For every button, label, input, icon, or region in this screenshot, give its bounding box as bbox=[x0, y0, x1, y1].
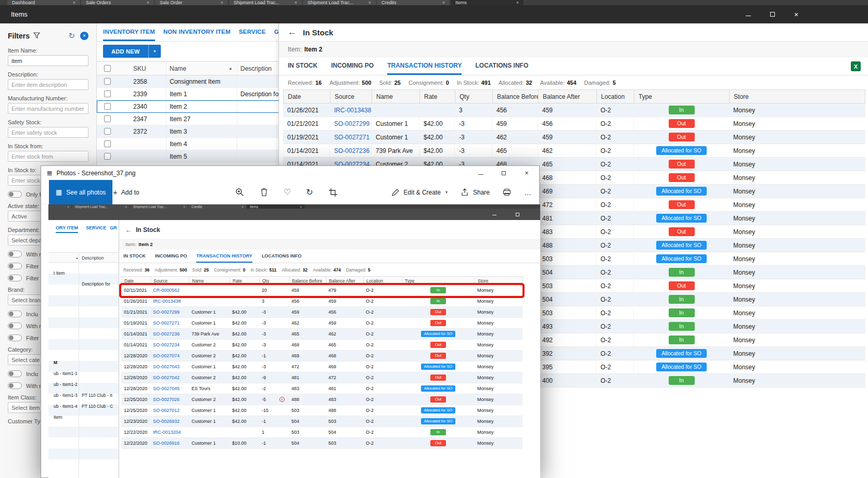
transaction-row[interactable]: 01/14/2021SO-0027236739 Park Ave$42.00-3… bbox=[283, 144, 865, 158]
back-icon[interactable]: ← bbox=[288, 27, 297, 37]
row-checkbox[interactable] bbox=[104, 153, 111, 160]
browser-tab-credits[interactable]: Credits× bbox=[377, 0, 450, 5]
item-row[interactable]: 2372Item 3 bbox=[97, 125, 291, 138]
favorite-icon[interactable]: ♡ bbox=[284, 187, 291, 197]
browser-tab-shipment-load-trac[interactable]: Shipment Load Trac...× bbox=[303, 0, 376, 5]
add-to-button[interactable]: + Add to bbox=[109, 180, 143, 204]
add-new-button[interactable]: ADD NEW bbox=[103, 45, 148, 58]
row-checkbox[interactable] bbox=[104, 78, 111, 85]
restore-button[interactable] bbox=[760, 5, 784, 23]
item-row[interactable]: 2358Consignment Item bbox=[97, 75, 291, 88]
crop-icon[interactable] bbox=[328, 188, 338, 197]
cell: SO-0027236 bbox=[330, 144, 372, 157]
transaction-row[interactable]: 01/26/2021IRC-00134383456459O-2InMonsey bbox=[283, 104, 865, 117]
browser-tab-shipment-load-trac[interactable]: Shipment Load Trac...× bbox=[229, 0, 302, 5]
close-icon[interactable]: × bbox=[295, 0, 297, 5]
stat-value: 25 bbox=[394, 80, 401, 86]
row-checkbox[interactable] bbox=[104, 91, 111, 97]
stat-consignment: Consignment:0 bbox=[409, 80, 449, 86]
rotate-icon[interactable]: ↻ bbox=[306, 187, 313, 197]
tab-inventory-item[interactable]: INVENTORY ITEM bbox=[103, 23, 155, 41]
row-checkbox[interactable] bbox=[104, 140, 111, 147]
minimize-button[interactable] bbox=[736, 5, 760, 23]
row-checkbox[interactable] bbox=[104, 103, 111, 110]
transaction-row: 01/26/2021IRC-00134383456459O-2InMonsey bbox=[121, 296, 522, 307]
browser-tab-items[interactable]: Items× bbox=[451, 0, 524, 5]
item-row[interactable]: 2339Item 1Description for bbox=[97, 88, 291, 100]
toggle-switch[interactable] bbox=[8, 322, 22, 329]
refresh-icon[interactable]: ↻ bbox=[68, 31, 75, 41]
close-icon[interactable]: × bbox=[516, 0, 519, 5]
tab-transaction-history[interactable]: TRANSACTION HISTORY bbox=[387, 57, 462, 75]
photos-minimize-button[interactable] bbox=[469, 166, 492, 180]
tab-locations-info[interactable]: LOCATIONS INFO bbox=[475, 57, 528, 75]
toggle-switch[interactable] bbox=[8, 382, 22, 389]
item-row[interactable]: 2347Item 27 bbox=[97, 113, 291, 125]
row-checkbox[interactable] bbox=[104, 115, 111, 122]
close-icon[interactable]: × bbox=[147, 0, 149, 5]
cell: 456 bbox=[538, 117, 596, 130]
cell: IRC-0013204 bbox=[150, 427, 189, 437]
cell: 472 bbox=[326, 372, 363, 383]
filter-input-manufacturing-number[interactable] bbox=[8, 103, 88, 114]
cell: IRC-0013438 bbox=[150, 296, 189, 306]
stat-label: Available: bbox=[313, 267, 332, 273]
source-link[interactable]: SO-0027236 bbox=[334, 147, 369, 154]
select-all-checkbox[interactable] bbox=[104, 65, 111, 72]
item-row[interactable]: 2340Item 2 bbox=[97, 100, 291, 113]
stat-label: Available: bbox=[540, 80, 565, 86]
toggle-switch[interactable] bbox=[8, 191, 22, 198]
item-row[interactable]: Item 5 bbox=[97, 150, 291, 163]
zoom-icon[interactable] bbox=[235, 188, 244, 197]
photos-maximize-button[interactable] bbox=[492, 166, 515, 180]
cell: Out bbox=[634, 117, 729, 130]
toggle-switch[interactable] bbox=[8, 311, 22, 317]
cell: Monsey bbox=[729, 266, 864, 279]
tab-in-stock[interactable]: IN STOCK bbox=[288, 57, 317, 75]
print-icon[interactable] bbox=[502, 188, 512, 197]
source-link[interactable]: SO-0027299 bbox=[334, 120, 369, 127]
source-link: SO-0027043 bbox=[153, 364, 180, 369]
transaction-row[interactable]: 01/19/2021SO-0027271Customer 1$42.00-346… bbox=[283, 131, 865, 144]
stat-value: 474 bbox=[334, 267, 341, 273]
browser-tab-sale-orders[interactable]: Sale Orders× bbox=[81, 0, 154, 5]
close-icon[interactable]: × bbox=[442, 0, 445, 5]
toggle-switch[interactable] bbox=[8, 251, 22, 257]
see-all-photos-button[interactable]: ▦ See all photos bbox=[49, 180, 112, 204]
close-icon[interactable]: × bbox=[368, 0, 371, 5]
clear-filters-button[interactable]: × bbox=[80, 32, 88, 40]
close-button[interactable]: × bbox=[784, 5, 808, 23]
tab-non-inventory-item[interactable]: NON INVENTORY ITEM bbox=[163, 23, 231, 41]
toggle-switch[interactable] bbox=[8, 275, 22, 281]
browser-tab-dashboard[interactable]: Dashboard× bbox=[7, 0, 80, 5]
tab-service[interactable]: SERVICE bbox=[239, 23, 266, 41]
edit-create-button[interactable]: Edit & Create ▾ bbox=[391, 188, 448, 197]
source-link[interactable]: SO-0027271 bbox=[334, 134, 369, 141]
source-link[interactable]: IRC-0013438 bbox=[334, 107, 371, 114]
toggle-switch[interactable] bbox=[8, 334, 22, 341]
filter-input-description[interactable] bbox=[8, 79, 88, 90]
more-options-button[interactable]: … bbox=[524, 188, 532, 197]
tab-incoming-po[interactable]: INCOMING PO bbox=[331, 57, 374, 75]
cell: 481 bbox=[289, 372, 326, 383]
photos-close-button[interactable]: × bbox=[515, 166, 538, 180]
close-icon[interactable]: × bbox=[73, 0, 75, 5]
delete-icon[interactable] bbox=[259, 188, 269, 197]
excel-export-icon[interactable]: X bbox=[851, 61, 861, 71]
filter-input-item-name[interactable] bbox=[8, 55, 88, 66]
toggle-switch[interactable] bbox=[8, 370, 22, 377]
transaction-row[interactable]: 01/21/2021SO-0027299Customer 1$42.00-345… bbox=[283, 117, 865, 131]
share-button[interactable]: Share bbox=[460, 188, 490, 197]
filter-input-safety-stock[interactable] bbox=[8, 127, 88, 138]
filter-input-in-stock-from[interactable] bbox=[8, 151, 88, 162]
toggle-switch[interactable] bbox=[8, 263, 22, 269]
cell: 739 Park Ave bbox=[372, 144, 419, 157]
close-icon[interactable]: × bbox=[221, 0, 223, 5]
item-row[interactable]: Item 4 bbox=[97, 138, 291, 150]
browser-tab-sale-order[interactable]: Sale Order× bbox=[155, 0, 228, 5]
cell: -3 bbox=[455, 144, 492, 157]
row-checkbox[interactable] bbox=[104, 128, 111, 135]
add-new-dropdown[interactable]: ▾ bbox=[148, 45, 161, 58]
cell: Monsey bbox=[475, 318, 521, 328]
item-name-fragment: M bbox=[54, 360, 57, 365]
